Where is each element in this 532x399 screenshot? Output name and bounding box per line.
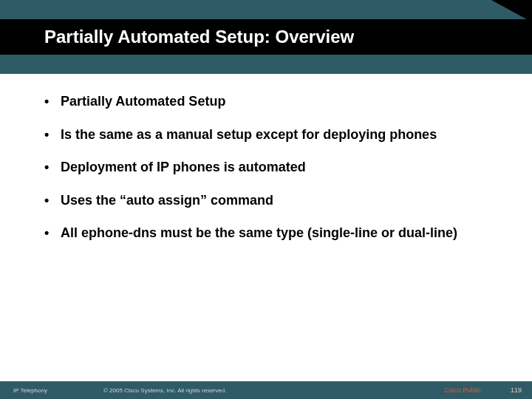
- list-item: Is the same as a manual setup except for…: [44, 126, 488, 143]
- footer-left-text: IP Telephony: [0, 387, 103, 394]
- title-bar: Partially Automated Setup: Overview: [0, 19, 532, 55]
- list-item: Partially Automated Setup: [44, 93, 488, 110]
- footer: IP Telephony © 2005 Cisco Systems, Inc. …: [0, 381, 532, 399]
- header-band: Partially Automated Setup: Overview: [0, 0, 532, 74]
- slide-title: Partially Automated Setup: Overview: [44, 27, 354, 47]
- list-item: All ephone-dns must be the same type (si…: [44, 225, 488, 242]
- list-item: Uses the “auto assign” command: [44, 192, 488, 209]
- footer-page-number: 119: [511, 386, 532, 394]
- footer-public-label: Cisco Public: [444, 386, 511, 394]
- bullet-list: Partially Automated Setup Is the same as…: [44, 93, 488, 242]
- list-item: Deployment of IP phones is automated: [44, 159, 488, 176]
- content-area: Partially Automated Setup Is the same as…: [0, 74, 532, 242]
- footer-copyright: © 2005 Cisco Systems, Inc. All rights re…: [103, 387, 444, 394]
